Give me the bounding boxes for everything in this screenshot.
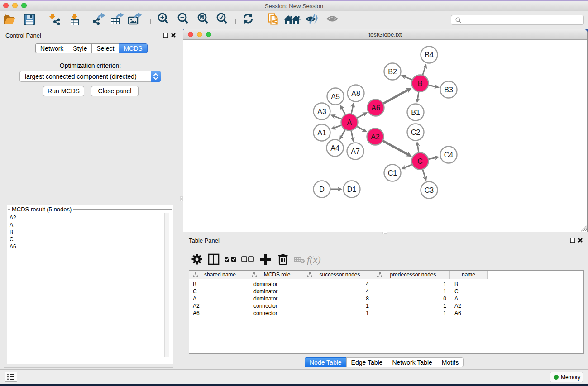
svg-text:A1: A1 [317, 129, 326, 137]
svg-text:D: D [319, 186, 325, 193]
svg-text:C3: C3 [425, 186, 434, 194]
svg-text:B4: B4 [425, 51, 434, 59]
svg-text:D1: D1 [347, 186, 357, 193]
svg-text:A7: A7 [351, 148, 360, 155]
svg-text:B2: B2 [388, 68, 397, 76]
svg-text:B1: B1 [411, 109, 420, 116]
svg-text:A2: A2 [371, 133, 380, 141]
svg-text:C: C [417, 157, 423, 165]
svg-text:A6: A6 [371, 104, 380, 112]
svg-text:C2: C2 [411, 129, 421, 136]
svg-text:C1: C1 [388, 169, 397, 177]
svg-text:C4: C4 [444, 151, 454, 159]
svg-text:A: A [347, 119, 352, 126]
svg-text:A4: A4 [330, 144, 339, 152]
svg-text:B3: B3 [444, 86, 453, 94]
svg-text:A8: A8 [351, 90, 360, 97]
svg-text:A3: A3 [317, 108, 326, 115]
svg-text:B: B [418, 80, 423, 87]
svg-text:A5: A5 [331, 93, 340, 100]
